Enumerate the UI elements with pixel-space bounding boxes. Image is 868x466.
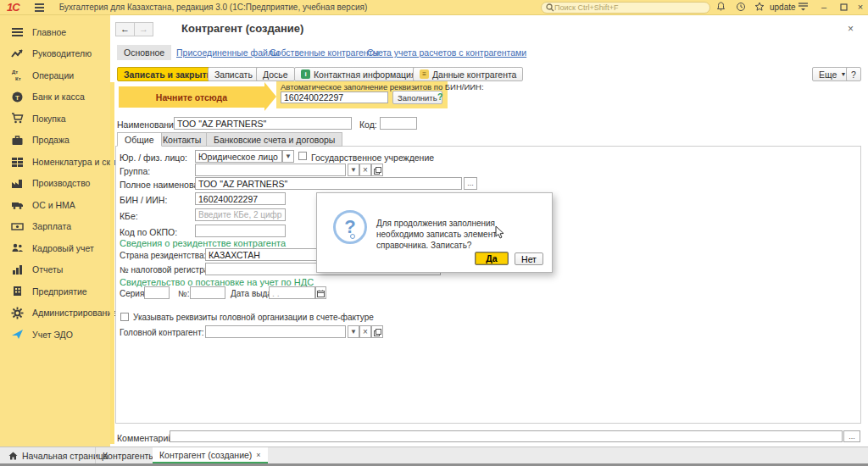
sidebar-item-bank-i-kassa[interactable]: Т Банк и касса <box>0 86 110 108</box>
taskbar-tab-kontragent-sozdanie[interactable]: Контрагент (создание) × <box>153 447 268 463</box>
save-and-close-button[interactable]: Записать и закрыть <box>117 67 219 81</box>
gov-org-label: Государственное учреждение <box>311 153 434 163</box>
residency-section-title: Сведения о резидентстве контрагента <box>120 238 286 248</box>
dialog-no-button[interactable]: Нет <box>515 252 543 265</box>
sidebar-item-glavnoe[interactable]: Главное <box>0 21 110 43</box>
comment-input[interactable] <box>170 430 843 442</box>
sidebar-item-administrirovanie[interactable]: Администрирование <box>0 302 110 325</box>
cart-icon <box>11 112 24 125</box>
okpo-label: Код по ОКПО: <box>120 227 177 237</box>
sidebar-item-kadrovyi-uchet[interactable]: Кадровый учет <box>0 237 110 259</box>
series-input[interactable] <box>144 286 170 299</box>
sidebar-item-nomenklatura[interactable]: Номенклатура и склад <box>0 151 110 173</box>
head-counterparty-open-icon[interactable] <box>371 325 383 338</box>
tab-scheta-ucheta[interactable]: Счета учета расчетов с контрагентами <box>360 45 533 60</box>
head-counterparty-clear-icon[interactable]: × <box>359 325 371 338</box>
dossier-button[interactable]: Досье <box>256 67 295 81</box>
help-button[interactable]: ? <box>846 67 861 81</box>
comment-more-icon[interactable]: ... <box>843 430 860 442</box>
tab-kontakty[interactable]: Контакты <box>155 132 209 147</box>
counterparty-data-button[interactable]: ≡ Данные контрагента <box>413 67 523 81</box>
sidebar-item-predpriyatie[interactable]: Предприятие <box>0 280 110 302</box>
service-menu-icon[interactable] <box>798 2 810 14</box>
dialog-message: Для продолжения заполнения необходимо за… <box>376 218 544 251</box>
notifications-bell-icon[interactable] <box>716 2 728 14</box>
head-counterparty-input[interactable] <box>205 325 346 338</box>
form-close-icon[interactable]: × <box>848 23 854 35</box>
grid-icon <box>11 155 24 168</box>
counterparty-data-icon: ≡ <box>420 69 429 79</box>
head-org-checkbox[interactable] <box>120 313 129 321</box>
bin-input[interactable] <box>195 192 286 205</box>
code-input[interactable] <box>380 117 417 130</box>
name-input[interactable] <box>174 117 352 130</box>
group-clear-icon[interactable]: × <box>359 164 371 176</box>
head-counterparty-label: Головной контрагент: <box>120 328 204 337</box>
people-icon <box>11 241 24 254</box>
contact-info-button[interactable]: i Контактная информация <box>294 67 423 81</box>
coin-icon: Т <box>11 91 24 103</box>
sidebar-item-otchety[interactable]: Отчеты <box>0 259 110 281</box>
search-input[interactable] <box>554 3 698 12</box>
tab-bankovskie-scheta[interactable]: Банковские счета и договоры <box>206 132 342 147</box>
maximize-button[interactable] <box>837 2 849 14</box>
tab-close-icon[interactable]: × <box>256 451 260 459</box>
full-name-more-icon[interactable]: ... <box>464 177 477 190</box>
entity-type-dropdown-icon[interactable]: ▼ <box>282 150 294 163</box>
window-close-button[interactable]: × <box>854 2 866 14</box>
full-name-input[interactable] <box>195 177 462 190</box>
fill-button[interactable]: Заполнить <box>392 91 442 104</box>
group-open-icon[interactable] <box>371 164 383 176</box>
gov-org-checkbox[interactable] <box>298 152 307 160</box>
start-here-arrow-tip <box>264 82 276 111</box>
sidebar-item-zarplata[interactable]: Зарплата <box>0 216 110 238</box>
sidebar-item-prodazha[interactable]: Продажа <box>0 130 110 152</box>
svg-text:Кт: Кт <box>15 76 21 81</box>
question-icon: ? <box>333 210 367 244</box>
autofill-help-link[interactable]: ? <box>437 92 442 102</box>
okpo-input[interactable] <box>195 225 286 237</box>
mouse-cursor <box>495 225 505 239</box>
name-label: Наименование: <box>117 119 181 130</box>
briefcase-icon <box>11 134 24 147</box>
tab-osnovnoe[interactable]: Основное <box>117 45 171 60</box>
entity-type-label: Юр. / физ. лицо: <box>120 153 187 163</box>
sidebar-item-rukovoditelyu[interactable]: Руководителю <box>0 43 110 65</box>
favorites-star-icon[interactable] <box>754 2 766 14</box>
contact-info-icon: i <box>301 69 310 79</box>
calendar-icon[interactable] <box>315 286 326 299</box>
kbe-input[interactable] <box>195 208 286 221</box>
number-input[interactable] <box>190 286 225 299</box>
save-button[interactable]: Записать <box>208 67 259 81</box>
autofill-label: Автоматическое заполнение реквизитов по … <box>281 82 484 92</box>
paper-plane-icon <box>11 328 24 341</box>
bar-chart-icon <box>11 264 24 276</box>
global-search[interactable] <box>541 2 710 14</box>
bin-autofill-input[interactable] <box>281 92 388 103</box>
search-icon <box>546 3 554 12</box>
group-input[interactable] <box>195 164 346 176</box>
nav-forward-button[interactable]: → <box>134 22 153 36</box>
sidebar-item-operacii[interactable]: ДтКт Операции <box>0 64 110 86</box>
minimize-button[interactable]: – <box>818 2 830 14</box>
sidebar-item-pokupka[interactable]: Покупка <box>0 108 110 130</box>
issue-date-input[interactable] <box>269 286 315 299</box>
home-icon <box>8 452 18 460</box>
sidebar: Главное Руководителю ДтКт Операции Т Бан… <box>0 15 110 447</box>
sidebar-item-os-i-nma[interactable]: ОС и НМА <box>0 194 110 216</box>
group-dropdown-icon[interactable]: ▼ <box>348 164 359 176</box>
dialog-yes-button[interactable]: Да <box>475 252 509 265</box>
history-icon[interactable] <box>736 2 748 14</box>
tab-obshchie[interactable]: Общие <box>117 132 162 147</box>
main-menu-icon[interactable] <box>35 2 44 14</box>
head-counterparty-dropdown-icon[interactable]: ▼ <box>348 325 359 338</box>
1c-logo: 1С <box>7 1 19 14</box>
update-link[interactable]: update <box>770 3 796 12</box>
nav-back-button[interactable]: ← <box>115 22 135 36</box>
sidebar-item-uchet-edo[interactable]: Учет ЭДО <box>0 324 110 346</box>
entity-type-select[interactable]: Юридическое лицо <box>195 150 282 163</box>
gear-icon <box>11 307 24 319</box>
sidebar-item-proizvodstvo[interactable]: Производство <box>0 173 110 195</box>
menu-lines-icon <box>11 25 24 38</box>
country-label: Страна резидентства: <box>120 251 206 260</box>
